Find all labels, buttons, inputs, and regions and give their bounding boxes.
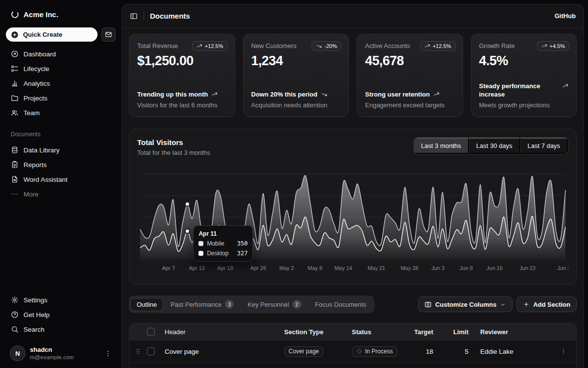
trending-down-icon	[316, 43, 322, 49]
sidebar-item-word-assistant[interactable]: Word Assistant	[6, 172, 116, 187]
header-divider	[144, 12, 144, 20]
svg-text:Apr 7: Apr 7	[162, 265, 175, 271]
search-icon	[11, 325, 19, 333]
table-body: Cover pageCover pageIn Process185Eddie L…	[129, 340, 576, 368]
visitors-chart-card: Total Visitors Total for the last 3 mont…	[129, 129, 577, 285]
sidebar-toggle-icon[interactable]	[130, 12, 138, 20]
brand[interactable]: Acme Inc.	[6, 7, 116, 22]
sidebar-item-data-library[interactable]: Data Library	[6, 143, 116, 157]
row-checkbox[interactable]	[147, 347, 155, 355]
row-menu-icon[interactable]	[551, 348, 576, 355]
tooltip-series-value: 350	[237, 240, 248, 247]
sidebar-item-get-help[interactable]: Get Help	[6, 307, 116, 322]
active-dot-desktop	[185, 202, 190, 206]
sidebar-item-analytics[interactable]: Analytics	[6, 76, 116, 91]
page-title: Documents	[150, 12, 190, 20]
inbox-button[interactable]	[101, 27, 116, 42]
trending-up-icon	[541, 43, 547, 49]
sidebar-item-dashboard[interactable]: Dashboard	[6, 47, 116, 61]
sidebar-item-team[interactable]: Team	[6, 105, 116, 120]
dashboard-icon	[11, 50, 19, 58]
range-button-last-7-days[interactable]: Last 7 days	[520, 138, 568, 154]
columns-icon	[424, 301, 432, 308]
svg-text:Jun 22: Jun 22	[519, 265, 536, 271]
tooltip-row: Desktop327	[198, 250, 247, 257]
add-section-button[interactable]: Add Section	[516, 296, 577, 312]
trend-badge: -20%	[312, 41, 342, 51]
trending-up-icon	[196, 43, 202, 49]
range-toggle-group: Last 3 monthsLast 30 daysLast 7 days	[414, 137, 568, 154]
customize-columns-button[interactable]: Customize Columns	[418, 296, 513, 312]
svg-text:Apr 19: Apr 19	[217, 265, 233, 271]
column-header-status: Status	[352, 328, 410, 336]
status-badge: In Process	[352, 346, 397, 357]
user-kebab-icon[interactable]	[104, 350, 112, 357]
sidebar-item-label: Analytics	[24, 80, 50, 87]
stat-footer-text: Down 20% this period	[251, 90, 318, 99]
drag-handle-icon[interactable]	[129, 348, 147, 355]
stat-footer-line2: Engagement exceed targets	[365, 101, 455, 109]
stat-value: $1,250.00	[137, 53, 227, 69]
svg-text:May 21: May 21	[368, 265, 385, 271]
sidebar-nav-main: DashboardLifecycleAnalyticsProjectsTeam	[6, 47, 116, 120]
chart-area[interactable]: Apr 7Apr 13Apr 19Apr 26May 2May 8May 14M…	[137, 167, 568, 278]
trending-up-icon	[433, 91, 440, 98]
analytics-icon	[11, 79, 19, 87]
sidebar-item-more[interactable]: More	[6, 187, 116, 201]
tab-outline[interactable]: Outline	[130, 298, 163, 311]
cell-reviewer: Eddie Lake	[468, 348, 551, 355]
cell-name[interactable]: Cover page	[165, 348, 284, 355]
tab-label: Focus Documents	[315, 301, 367, 308]
sidebar-item-settings[interactable]: Settings	[6, 293, 116, 307]
range-button-last-30-days[interactable]: Last 30 days	[469, 138, 520, 154]
sidebar-item-projects[interactable]: Projects	[6, 91, 116, 105]
active-dot-mobile	[185, 229, 190, 233]
sidebar-item-label: Word Assistant	[24, 176, 68, 183]
stat-cards: Total Revenue+12.5%$1,250.00Trending up …	[129, 34, 577, 117]
svg-text:Jun 3: Jun 3	[431, 265, 444, 271]
range-button-last-3-months[interactable]: Last 3 months	[414, 138, 469, 154]
quick-create-button[interactable]: Quick Create	[6, 27, 98, 42]
tab-focus-documents[interactable]: Focus Documents	[309, 298, 373, 311]
tooltip-series-label: Mobile	[207, 240, 224, 247]
sidebar-item-label: More	[24, 191, 39, 198]
acme-logo-icon	[11, 10, 19, 19]
sidebar-item-lifecycle[interactable]: Lifecycle	[6, 61, 116, 76]
tab-label: Past Performance	[171, 301, 221, 308]
select-all-checkbox[interactable]	[147, 328, 155, 336]
sidebar-item-search[interactable]: Search	[6, 322, 116, 337]
sidebar-item-label: Dashboard	[24, 50, 56, 58]
series-swatch	[198, 251, 203, 256]
tab-list: OutlinePast Performance3Key Personnel2Fo…	[129, 295, 374, 313]
stat-footer-text: Steady performance increase	[479, 82, 559, 99]
svg-text:May 28: May 28	[401, 265, 418, 271]
svg-text:Apr 26: Apr 26	[250, 265, 266, 271]
tooltip-date: Apr 11	[198, 230, 247, 237]
svg-text:Jun 15: Jun 15	[487, 265, 503, 271]
stat-footer-line1: Down 20% this period	[251, 90, 341, 99]
tooltip-series-value: 327	[237, 250, 248, 257]
stat-card-2: New Customers-20%1,234Down 20% this peri…	[243, 34, 349, 117]
stat-footer-line1: Strong user retention	[365, 90, 455, 99]
user-email: m@example.com	[30, 354, 74, 361]
mail-icon	[105, 31, 112, 38]
stat-card-3: Active Accounts+12.5%45,678Strong user r…	[357, 34, 463, 117]
sidebar-item-reports[interactable]: Reports	[6, 157, 116, 172]
svg-text:May 2: May 2	[279, 265, 294, 271]
sidebar-nav-footer: SettingsGet HelpSearch	[6, 293, 116, 337]
main-panel: Documents GitHub Total Revenue+12.5%$1,2…	[122, 4, 584, 368]
github-link[interactable]: GitHub	[555, 12, 576, 20]
column-header-reviewer: Reviewer	[468, 328, 551, 336]
file-icon	[11, 175, 19, 183]
tab-label: Key Personnel	[247, 301, 289, 308]
tab-past-performance[interactable]: Past Performance3	[164, 297, 240, 312]
tab-key-personnel[interactable]: Key Personnel2	[241, 297, 308, 312]
user-menu[interactable]: N shadcn m@example.com	[6, 343, 116, 364]
trending-down-icon	[321, 91, 327, 98]
status-loader-icon	[356, 348, 362, 354]
series-swatch	[198, 241, 203, 246]
stat-footer-line2: Meets growth projections	[479, 101, 569, 109]
section-type-badge: Cover page	[284, 346, 323, 357]
column-header-target: Target	[410, 328, 433, 336]
trend-badge: +12.5%	[192, 41, 228, 51]
